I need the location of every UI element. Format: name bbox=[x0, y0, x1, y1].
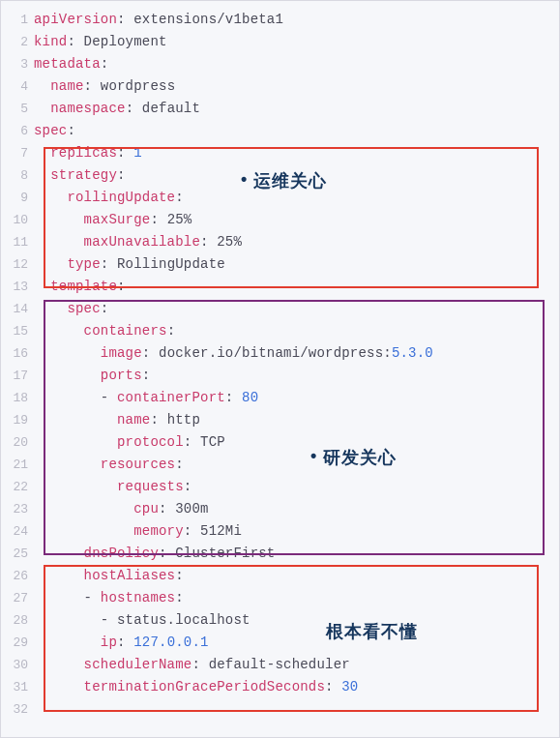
code-line: 18 - containerPort: 80 bbox=[1, 387, 559, 409]
code-line: 19 name: http bbox=[1, 409, 559, 431]
code-line: 17 ports: bbox=[1, 365, 559, 387]
code-line: 32 bbox=[1, 698, 559, 721]
line-number: 32 bbox=[1, 698, 34, 721]
line-number: 5 bbox=[1, 98, 34, 120]
code-line: 4 name: wordpress bbox=[1, 75, 559, 98]
code-line: 21 resources: bbox=[1, 454, 559, 476]
line-number: 25 bbox=[1, 543, 34, 565]
code-line: 11 maxUnavailable: 25% bbox=[1, 231, 559, 253]
line-number: 15 bbox=[1, 320, 34, 342]
line-number: 22 bbox=[1, 476, 34, 498]
line-number: 11 bbox=[1, 231, 34, 253]
line-number: 4 bbox=[1, 75, 34, 98]
code-content: resources: bbox=[34, 454, 559, 476]
code-line: 24 memory: 512Mi bbox=[1, 520, 559, 543]
code-content: cpu: 300m bbox=[34, 498, 559, 520]
code-screenshot: 1apiVersion: extensions/v1beta12kind: De… bbox=[0, 0, 560, 738]
annotation-unknown-label: 根本看不懂 bbox=[326, 622, 418, 641]
line-number: 10 bbox=[1, 209, 34, 231]
line-number: 31 bbox=[1, 676, 34, 698]
line-number: 23 bbox=[1, 498, 34, 520]
code-line: 23 cpu: 300m bbox=[1, 498, 559, 520]
line-number: 12 bbox=[1, 253, 34, 276]
code-line: 27 - hostnames: bbox=[1, 587, 559, 609]
code-line: 22 requests: bbox=[1, 476, 559, 498]
line-number: 30 bbox=[1, 654, 34, 676]
line-number: 21 bbox=[1, 454, 34, 476]
annotation-dev-label: 研发关心 bbox=[323, 448, 397, 467]
line-number: 24 bbox=[1, 520, 34, 543]
code-content: maxSurge: 25% bbox=[34, 209, 559, 231]
annotation-ops-label: 运维关心 bbox=[253, 171, 327, 191]
bullet-icon: • bbox=[310, 446, 317, 465]
line-number: 2 bbox=[1, 31, 34, 53]
annotation-dev: •研发关心 bbox=[310, 446, 397, 469]
code-content: spec: bbox=[34, 298, 559, 320]
code-line: 20 protocol: TCP bbox=[1, 431, 559, 454]
annotation-ops: •运维关心 bbox=[241, 169, 327, 192]
code-content: terminationGracePeriodSeconds: 30 bbox=[34, 676, 559, 698]
code-line: 3metadata: bbox=[1, 53, 559, 75]
code-content: - hostnames: bbox=[34, 587, 559, 609]
line-number: 19 bbox=[1, 409, 34, 431]
code-content: apiVersion: extensions/v1beta1 bbox=[34, 9, 559, 31]
code-content: protocol: TCP bbox=[34, 431, 559, 454]
annotation-unknown: 根本看不懂 bbox=[326, 620, 418, 643]
code-content: maxUnavailable: 25% bbox=[34, 231, 559, 253]
code-line: 30 schedulerName: default-scheduler bbox=[1, 654, 559, 676]
code-content: replicas: 1 bbox=[34, 142, 559, 164]
line-number: 9 bbox=[1, 187, 34, 209]
code-content: memory: 512Mi bbox=[34, 520, 559, 543]
line-number: 18 bbox=[1, 387, 34, 409]
code-content: template: bbox=[34, 276, 559, 298]
code-line: 31 terminationGracePeriodSeconds: 30 bbox=[1, 676, 559, 698]
bullet-icon: • bbox=[241, 169, 248, 189]
code-line: 12 type: RollingUpdate bbox=[1, 253, 559, 276]
code-content: - status.localhost bbox=[34, 609, 559, 632]
line-number: 7 bbox=[1, 142, 34, 164]
code-line: 26 hostAliases: bbox=[1, 565, 559, 587]
line-number: 26 bbox=[1, 565, 34, 587]
line-number: 20 bbox=[1, 431, 34, 454]
code-content: spec: bbox=[34, 120, 559, 142]
code-line: 29 ip: 127.0.0.1 bbox=[1, 632, 559, 654]
code-content: ip: 127.0.0.1 bbox=[34, 632, 559, 654]
line-number: 8 bbox=[1, 164, 34, 187]
code-content: containers: bbox=[34, 320, 559, 342]
code-line: 1apiVersion: extensions/v1beta1 bbox=[1, 9, 559, 31]
code-content: schedulerName: default-scheduler bbox=[34, 654, 559, 676]
code-content: metadata: bbox=[34, 53, 559, 75]
line-number: 17 bbox=[1, 365, 34, 387]
code-content: hostAliases: bbox=[34, 565, 559, 587]
code-line: 13 template: bbox=[1, 276, 559, 298]
line-number: 27 bbox=[1, 587, 34, 609]
line-number: 3 bbox=[1, 53, 34, 75]
code-content: type: RollingUpdate bbox=[34, 253, 559, 276]
line-number: 1 bbox=[1, 9, 34, 31]
line-number: 16 bbox=[1, 342, 34, 365]
code-line: 14 spec: bbox=[1, 298, 559, 320]
code-line: 10 maxSurge: 25% bbox=[1, 209, 559, 231]
code-content: - containerPort: 80 bbox=[34, 387, 559, 409]
code-content: name: http bbox=[34, 409, 559, 431]
code-line: 2kind: Deployment bbox=[1, 31, 559, 53]
code-content: kind: Deployment bbox=[34, 31, 559, 53]
code-line: 28 - status.localhost bbox=[1, 609, 559, 632]
code-content: dnsPolicy: ClusterFirst bbox=[34, 543, 559, 565]
line-number: 29 bbox=[1, 632, 34, 654]
code-line: 15 containers: bbox=[1, 320, 559, 342]
line-number: 28 bbox=[1, 609, 34, 632]
code-content: image: docker.io/bitnami/wordpress:5.3.0 bbox=[34, 342, 559, 365]
code-block: 1apiVersion: extensions/v1beta12kind: De… bbox=[1, 1, 559, 728]
line-number: 13 bbox=[1, 276, 34, 298]
line-number: 14 bbox=[1, 298, 34, 320]
code-line: 16 image: docker.io/bitnami/wordpress:5.… bbox=[1, 342, 559, 365]
code-line: 7 replicas: 1 bbox=[1, 142, 559, 164]
code-line: 5 namespace: default bbox=[1, 98, 559, 120]
code-content: name: wordpress bbox=[34, 75, 559, 98]
code-content: requests: bbox=[34, 476, 559, 498]
line-number: 6 bbox=[1, 120, 34, 142]
code-line: 6spec: bbox=[1, 120, 559, 142]
code-line: 25 dnsPolicy: ClusterFirst bbox=[1, 543, 559, 565]
code-content: ports: bbox=[34, 365, 559, 387]
